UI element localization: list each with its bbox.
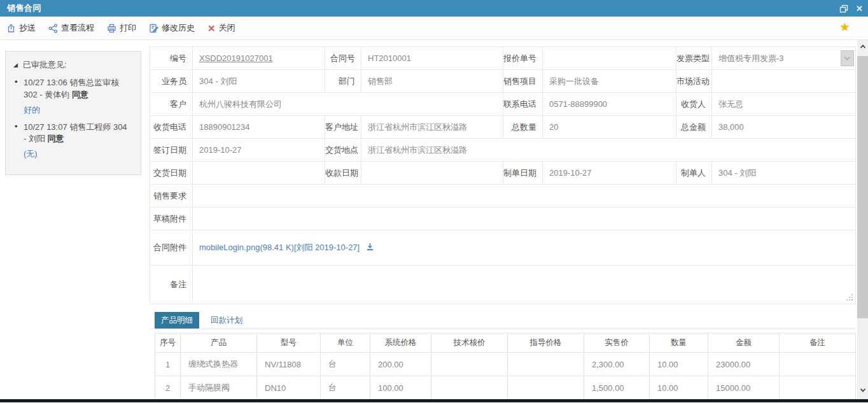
field-label-order-no: 编号 [150, 47, 193, 70]
scroll-up-icon[interactable] [857, 41, 868, 52]
table-row[interactable]: 1缠绕式换热器NV/11808台200.002,300.0010.0023000… [155, 353, 856, 376]
copy-send-button[interactable]: 抄送 [6, 22, 36, 34]
remark-textarea[interactable] [193, 265, 856, 304]
table-cell [508, 376, 584, 400]
table-cell: NV/11808 [257, 353, 321, 376]
column-header: 产品 [181, 334, 257, 353]
view-flow-button[interactable]: 查看流程 [48, 22, 94, 34]
field-value-customer: 杭州八骏科技有限公司 [193, 93, 503, 116]
close-form-button[interactable]: ✕ 关闭 [207, 22, 235, 34]
field-label-contract-no: 合同号 [325, 47, 361, 70]
table-cell: 23000.00 [708, 353, 780, 376]
printer-icon [107, 24, 116, 33]
column-header: 技术核价 [431, 334, 508, 353]
column-header: 型号 [257, 334, 321, 353]
field-label-receive-phone: 收货电话 [150, 116, 193, 139]
close-window-icon[interactable]: ✕ [856, 4, 863, 13]
download-icon[interactable] [366, 243, 374, 253]
field-label-creator: 制单人 [676, 162, 712, 185]
table-cell: 手动隔膜阀 [181, 376, 257, 400]
resize-grip-icon[interactable] [851, 299, 853, 300]
table-cell: 1 [155, 353, 181, 376]
window-title: 销售合同 [0, 3, 41, 14]
approval-header: 已审批意见: [23, 59, 67, 71]
table-cell: 缠绕式换热器 [181, 353, 257, 376]
window-titlebar: 销售合同 ✕ [0, 0, 868, 17]
table-cell: 1,500.00 [584, 376, 650, 400]
table-cell [431, 353, 508, 376]
table-cell: 10.00 [650, 376, 708, 400]
collapse-triangle-icon[interactable]: ◢ [13, 62, 18, 68]
attachment-file-link[interactable]: mobileLogin.png(98.41 K)[刘阳 2019-10-27] [199, 242, 360, 253]
field-label-create-date: 制单日期 [503, 162, 543, 185]
field-label-salesman: 业务员 [150, 70, 193, 93]
field-label-department: 部门 [325, 70, 361, 93]
tab-product-detail[interactable]: 产品明细 [155, 312, 199, 329]
field-value-department: 销售部 [361, 70, 503, 93]
field-value-sales-requirement [193, 185, 856, 208]
favorite-star-icon[interactable]: ★ [839, 21, 850, 33]
print-button[interactable]: 打印 [107, 22, 136, 34]
share-up-icon [6, 24, 16, 33]
column-header: 序号 [155, 334, 181, 353]
field-label-sales-requirement: 销售要求 [150, 185, 193, 208]
field-label-total-amount: 总金额 [676, 116, 712, 139]
field-label-market-activity: 市场活动 [676, 70, 712, 93]
field-value-quote-no [543, 47, 676, 70]
table-cell [780, 376, 856, 400]
approval-verdict: 同意 [48, 134, 64, 143]
table-cell: 2 [155, 376, 181, 400]
table-cell: 15000.00 [708, 376, 780, 400]
approval-item: • 10/27 13:06 销售总监审核 302 - 黄体钧 同意 好的 [13, 77, 134, 117]
scroll-down-icon[interactable] [857, 385, 868, 395]
restore-window-icon[interactable] [839, 4, 848, 13]
column-header: 数量 [650, 334, 708, 353]
field-label-delivery-place: 交货地点 [325, 139, 361, 162]
field-label-receipt-date: 收款日期 [325, 162, 361, 185]
table-cell: 2,300.00 [584, 353, 650, 376]
field-value-sign-date: 2019-10-27 [193, 139, 325, 162]
approval-text: 10/27 13:07 销售工程师 304 - 刘阳 [24, 122, 127, 144]
tab-payment-plan[interactable]: 回款计划 [204, 312, 249, 329]
table-row[interactable]: 2手动隔膜阀DN10台100.001,500.0010.0015000.00 [155, 376, 856, 400]
approval-verdict: 同意 [72, 90, 88, 99]
field-label-sales-project: 销售项目 [503, 70, 543, 93]
close-x-icon: ✕ [207, 24, 216, 33]
invoice-type-value: 增值税专用发票-3 [718, 53, 784, 63]
column-header: 系统价格 [370, 334, 431, 353]
table-cell [508, 353, 584, 376]
bullet-icon: • [13, 77, 24, 117]
edit-history-label: 修改历史 [162, 22, 195, 34]
table-cell: 200.00 [370, 353, 431, 376]
field-label-total-qty: 总数量 [503, 116, 543, 139]
field-value-draft-attachment [193, 208, 856, 230]
scrollbar-thumb[interactable] [857, 56, 868, 318]
field-value-market-activity [712, 70, 856, 93]
invoice-type-select: 增值税专用发票-3 [712, 47, 856, 70]
print-label: 打印 [120, 22, 136, 34]
vertical-scrollbar[interactable] [857, 40, 868, 399]
document-pencil-icon [149, 24, 158, 33]
field-value-delivery-place: 浙江省杭州市滨江区秋溢路 [361, 139, 856, 162]
field-value-customer-address: 浙江省杭州市滨江区秋溢路 [361, 116, 503, 139]
toolbar: 抄送 查看流程 打印 修改历史 ✕ 关闭 [0, 17, 868, 40]
column-header: 实售价 [584, 334, 650, 353]
field-label-draft-attachment: 草稿附件 [150, 208, 193, 230]
field-value-total-amount: 38,000 [712, 116, 856, 139]
order-no-link[interactable]: XSDD20191027001 [199, 53, 273, 63]
detail-tabs: 产品明细 回款计划 [150, 313, 855, 329]
approval-item: • 10/27 13:07 销售工程师 304 - 刘阳 同意 (无) [13, 122, 134, 161]
table-cell: 台 [321, 353, 370, 376]
field-value-delivery-date [193, 162, 325, 185]
table-cell: 100.00 [370, 376, 431, 400]
field-value-sales-project: 采购一批设备 [543, 70, 676, 93]
window-bottom-edge [0, 399, 868, 402]
field-label-delivery-date: 交货日期 [150, 162, 193, 185]
field-label-contact-phone: 联系电话 [503, 93, 543, 116]
bullet-icon: • [13, 122, 24, 161]
product-table-body: 1缠绕式换热器NV/11808台200.002,300.0010.0023000… [155, 353, 856, 400]
field-label-remark: 备注 [150, 265, 193, 304]
invoice-type-dropdown-button[interactable] [841, 50, 854, 66]
edit-history-button[interactable]: 修改历史 [149, 22, 195, 34]
approval-comment: (无) [24, 148, 130, 160]
